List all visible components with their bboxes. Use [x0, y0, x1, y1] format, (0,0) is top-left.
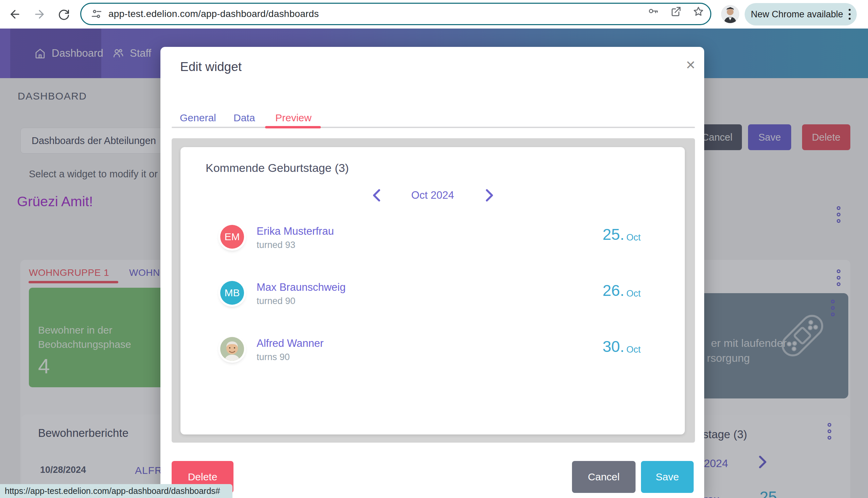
back-icon[interactable] — [5, 5, 25, 24]
status-link: https://app-test.edelion.com/app-dashboa… — [5, 486, 220, 496]
avatar: EM — [220, 225, 244, 249]
cancel-button[interactable]: Cancel — [572, 461, 636, 493]
resident-name[interactable]: Max Braunschweig — [257, 281, 346, 293]
avatar: MB — [220, 281, 244, 305]
resident-name[interactable]: Alfred Wanner — [257, 337, 324, 350]
bookmark-star-icon[interactable] — [692, 6, 704, 17]
month-navigation: Oct 2024 — [180, 188, 685, 202]
widget-title: Kommende Geburtstage (3) — [206, 161, 349, 174]
url-text[interactable]: app-test.edelion.com/app-dashboard/dashb… — [108, 9, 319, 19]
address-bar[interactable]: app-test.edelion.com/app-dashboard/dashb… — [80, 3, 711, 25]
birthday-month: Oct — [626, 344, 640, 355]
edit-widget-modal: Edit widget ✕ General Data Preview Komme… — [160, 47, 704, 498]
screen: app-test.edelion.com/app-dashboard/dashb… — [0, 0, 868, 498]
birthday-day: 25. — [603, 226, 624, 242]
browser-toolbar: app-test.edelion.com/app-dashboard/dashb… — [0, 0, 868, 28]
month-next-icon[interactable] — [485, 188, 493, 202]
birthday-date: 30. Oct — [603, 339, 640, 355]
close-icon[interactable]: ✕ — [682, 56, 699, 74]
month-prev-icon[interactable] — [372, 188, 381, 202]
avatar-photo — [220, 337, 244, 361]
birthday-month: Oct — [626, 288, 640, 299]
chrome-menu-icon[interactable] — [848, 9, 851, 20]
birthday-month: Oct — [626, 232, 640, 243]
forward-icon[interactable] — [30, 5, 49, 24]
tab-data[interactable]: Data — [233, 112, 255, 124]
tab-general[interactable]: General — [180, 112, 216, 124]
site-settings-icon[interactable] — [91, 8, 102, 20]
birthday-day: 26. — [603, 283, 624, 298]
preview-area: Kommende Geburtstage (3) Oct 2024 EM Eri… — [172, 138, 695, 443]
resident-name[interactable]: Erika Musterfrau — [257, 225, 334, 237]
resident-age-note: turns 90 — [257, 352, 290, 363]
birthday-widget-preview: Kommende Geburtstage (3) Oct 2024 EM Eri… — [180, 147, 685, 434]
password-key-icon[interactable] — [647, 6, 659, 17]
chrome-update-label: New Chrome available — [751, 9, 843, 20]
birthday-date: 26. Oct — [603, 283, 640, 299]
resident-age-note: turned 93 — [257, 240, 295, 250]
chrome-update-pill[interactable]: New Chrome available — [744, 3, 857, 25]
status-bar: https://app-test.edelion.com/app-dashboa… — [0, 484, 232, 498]
reload-icon[interactable] — [54, 5, 74, 24]
birthday-day: 30. — [603, 339, 624, 354]
tabs-divider — [172, 127, 695, 128]
profile-avatar[interactable] — [721, 5, 739, 23]
birthday-date: 25. Oct — [603, 226, 640, 243]
modal-title: Edit widget — [180, 60, 242, 74]
save-button[interactable]: Save — [641, 461, 694, 493]
tab-preview[interactable]: Preview — [275, 112, 312, 124]
tab-preview-underline — [265, 126, 321, 128]
month-label: Oct 2024 — [411, 189, 454, 201]
open-in-new-icon[interactable] — [670, 6, 682, 17]
resident-age-note: turned 90 — [257, 296, 295, 306]
